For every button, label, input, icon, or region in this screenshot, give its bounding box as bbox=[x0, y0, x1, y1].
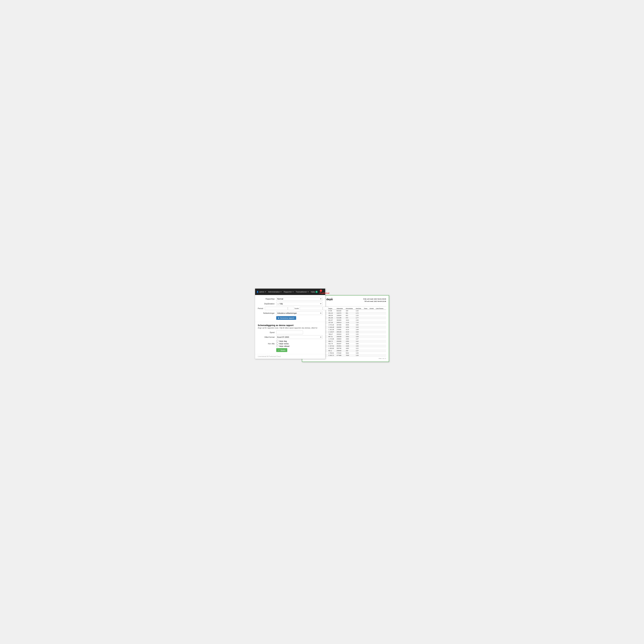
save-button[interactable]: Spara bbox=[276, 348, 287, 352]
brand-icon: ⬤ bbox=[320, 289, 322, 292]
table-cell: 290013 bbox=[336, 321, 345, 324]
table-cell bbox=[375, 326, 386, 328]
table-cell: 901 bbox=[345, 312, 355, 314]
table-cell bbox=[363, 335, 369, 338]
table-cell bbox=[369, 352, 375, 354]
table-cell bbox=[369, 338, 375, 340]
table-cell: 822162 bbox=[336, 310, 345, 312]
table-cell bbox=[369, 333, 375, 335]
rapporttyp-label: Rapporttyp bbox=[258, 298, 276, 300]
table-cell bbox=[375, 347, 386, 350]
table-cell: 266355 bbox=[336, 326, 345, 328]
table-cell bbox=[363, 326, 369, 328]
table-cell bbox=[363, 340, 369, 342]
table-cell: 88,11 bbox=[328, 350, 336, 352]
table-cell bbox=[369, 350, 375, 352]
table-cell: 3,22 bbox=[355, 347, 363, 350]
rapporttyp-select[interactable]: Normal ▼ bbox=[276, 297, 323, 301]
table-cell: 4482 bbox=[345, 347, 355, 350]
table-cell bbox=[363, 342, 369, 345]
table-cell bbox=[375, 331, 386, 333]
table-cell: 973 bbox=[345, 317, 355, 319]
schedule-title: Schemaläggning av denna rapport bbox=[258, 324, 323, 327]
frequency-options: Varje dag Varje vecka Varje månad bbox=[276, 340, 289, 347]
table-cell bbox=[363, 331, 369, 333]
licensed-text: Licensierad till Fuelomat Cloud bbox=[255, 354, 325, 359]
col-volym: Volym bbox=[328, 307, 336, 310]
table-cell: 2,77 bbox=[355, 317, 363, 319]
chevron-down-icon: ▼ bbox=[292, 291, 294, 293]
epost-input[interactable] bbox=[276, 331, 303, 334]
help-icon: ? bbox=[315, 291, 318, 293]
period-to-date[interactable]: 2017-05-07 bbox=[300, 307, 323, 310]
table-cell: 208940 bbox=[336, 350, 345, 352]
nav-admin[interactable]: 👤 admin ▼ bbox=[256, 291, 266, 293]
period-row: Period 2017-05-01 00:00 t.o.m. 2017-05-0… bbox=[258, 307, 323, 310]
table-cell: 351,58 bbox=[328, 317, 336, 319]
table-cell: 132272 bbox=[336, 312, 345, 314]
table-cell: 688,72 bbox=[328, 340, 336, 342]
table-cell: 1 574,40 bbox=[328, 324, 336, 326]
radio-manad[interactable]: Varje månad bbox=[276, 345, 289, 347]
chevron-down-icon: ▼ bbox=[280, 291, 282, 293]
period-from-time[interactable]: 00:00 bbox=[288, 307, 294, 310]
table-cell bbox=[369, 354, 375, 357]
radio-vecka[interactable]: Varje vecka bbox=[276, 342, 289, 345]
chevron-down-icon: ▼ bbox=[320, 303, 321, 305]
table-cell: 5942 bbox=[345, 352, 355, 354]
col-korstrack: Körsträcka bbox=[345, 307, 355, 310]
table-cell bbox=[369, 347, 375, 350]
table-cell bbox=[369, 312, 375, 314]
table-cell bbox=[375, 354, 386, 357]
table-cell bbox=[375, 328, 386, 331]
table-cell: 667,51 bbox=[328, 335, 336, 338]
table-cell: 331,32 bbox=[328, 312, 336, 314]
period-to-time[interactable]: 22:26 bbox=[323, 307, 328, 310]
table-cell bbox=[363, 352, 369, 354]
format-row: Vilket format Excel 97-2003 ▼ bbox=[258, 335, 323, 339]
nav-bar: 👤 admin ▼ Administration ▼ Rapporter ▼ T… bbox=[255, 289, 325, 295]
nav-transaktioner[interactable]: Transaktioner ▼ bbox=[296, 291, 309, 293]
table-cell: 269456 bbox=[336, 340, 345, 342]
period-from-date[interactable]: 2017-05-01 bbox=[265, 307, 288, 310]
epost-label: Epost bbox=[258, 331, 276, 333]
hur-ofta-row: Hur ofta Varje dag Varje vecka Varje mån… bbox=[258, 340, 323, 347]
radio-dag[interactable]: Varje dag bbox=[276, 340, 289, 342]
table-cell: 293323 bbox=[336, 333, 345, 335]
table-cell: 477688 bbox=[336, 354, 345, 357]
generate-button[interactable]: Generera rapport bbox=[276, 316, 296, 320]
depa-select[interactable]: — Välj ▼ bbox=[276, 302, 323, 306]
table-cell: 158303 bbox=[336, 314, 345, 317]
table-cell: 2,42 bbox=[355, 310, 363, 312]
nav-administration[interactable]: Administration ▼ bbox=[268, 291, 282, 293]
table-cell: 4114 bbox=[345, 328, 355, 331]
table-cell: 273162 bbox=[336, 352, 345, 354]
col-kortid: Körtid bbox=[369, 307, 375, 310]
table-cell: 7,10 bbox=[355, 321, 363, 324]
depa-row: Depå/station — Välj ▼ bbox=[258, 302, 323, 306]
table-cell bbox=[363, 312, 369, 314]
format-select[interactable]: Excel 97-2003 ▼ bbox=[276, 335, 323, 339]
to-value: 2017-04-30 22:26 bbox=[374, 301, 386, 302]
table-cell: 164 bbox=[345, 310, 355, 312]
noltankningar-row: Noltankningar Inkludera nolltankningar ▼ bbox=[258, 311, 323, 315]
table-cell: 798,47 bbox=[328, 333, 336, 335]
hur-ofta-label: Hur ofta bbox=[258, 343, 276, 345]
nav-hjalp[interactable]: Hjälp ? bbox=[311, 291, 318, 293]
nav-rapporter[interactable]: Rapporter ▼ bbox=[284, 291, 294, 293]
table-cell bbox=[369, 340, 375, 342]
table-cell: 258603 bbox=[336, 338, 345, 340]
table-cell bbox=[363, 354, 369, 357]
table-cell: 4259 bbox=[345, 326, 355, 328]
noltankningar-select[interactable]: Inkludera nolltankningar ▼ bbox=[276, 311, 323, 315]
table-cell bbox=[363, 333, 369, 335]
table-cell: 3,56 bbox=[355, 345, 363, 347]
chevron-down-icon: ▼ bbox=[320, 298, 321, 300]
table-cell: 3,37 bbox=[355, 338, 363, 340]
table-cell bbox=[375, 335, 386, 338]
table-cell bbox=[375, 345, 386, 347]
from-value: 2017-04-01 00:00 bbox=[374, 298, 386, 300]
table-cell: 269039 bbox=[336, 335, 345, 338]
table-cell: 651,87 bbox=[328, 319, 336, 321]
table-cell: 1 118,07 bbox=[328, 331, 336, 333]
